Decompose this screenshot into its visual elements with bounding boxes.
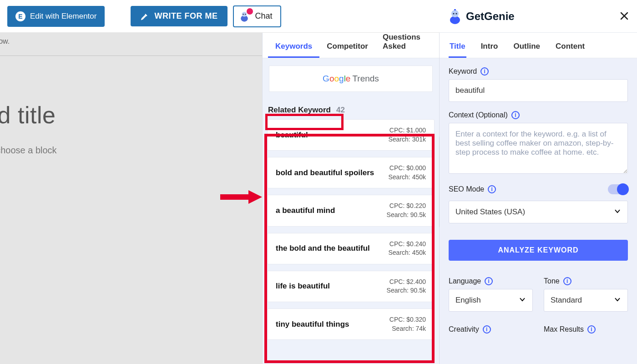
related-keyword-list: beautiful CPC: $1.000 Search: 301k bold …: [263, 119, 439, 352]
keywords-tabs: Keywords Competitor Questions Asked: [263, 33, 439, 58]
related-keyword-count: 42: [336, 106, 345, 115]
getgenie-tabs: Title Intro Outline Content: [440, 33, 637, 58]
keyword-card[interactable]: the bold and the beautiful CPC: $0.240 S…: [267, 233, 435, 264]
tab-title[interactable]: Title: [449, 35, 466, 58]
notice-text: ent from the version below.: [0, 33, 262, 50]
related-keyword-header: Related Keyword 42: [263, 92, 439, 119]
keyword-card[interactable]: bold and beautiful spoilers CPC: $0.000 …: [267, 157, 435, 188]
keyword-card[interactable]: beautiful CPC: $1.000 Search: 301k: [267, 119, 435, 151]
keyword-cpc: CPC: $1.000: [389, 126, 426, 135]
info-icon[interactable]: i: [480, 67, 489, 76]
svg-point-1: [242, 11, 247, 16]
keyword-stats: CPC: $0.000 Search: 450k: [389, 164, 426, 182]
tab-keywords[interactable]: Keywords: [268, 35, 319, 58]
keyword-search: Search: 90.5k: [387, 211, 426, 220]
info-icon[interactable]: i: [483, 325, 491, 334]
close-icon: [620, 11, 629, 20]
getgenie-header: GetGenie: [440, 0, 637, 33]
svg-point-6: [453, 13, 454, 14]
svg-point-3: [245, 14, 246, 15]
creativity-label: Creativity i: [449, 325, 533, 334]
keyword-term: beautiful: [276, 131, 308, 140]
keyword-input[interactable]: [449, 79, 628, 102]
keyword-cpc: CPC: $0.240: [389, 240, 426, 249]
related-keyword-label: Related Keyword: [268, 106, 331, 115]
keyword-term: the bold and the beautiful: [276, 244, 370, 253]
keywords-panel: Keywords Competitor Questions Asked Goog…: [262, 33, 440, 364]
keyword-term: bold and beautiful spoilers: [276, 168, 374, 177]
tab-competitor[interactable]: Competitor: [319, 35, 375, 58]
divider: [0, 56, 262, 56]
country-select[interactable]: [449, 201, 628, 223]
keyword-stats: CPC: $2.400 Search: 90.5k: [387, 278, 426, 295]
getgenie-panel: GetGenie Title Intro Outline Content Key…: [440, 33, 637, 364]
tab-questions-asked[interactable]: Questions Asked: [375, 26, 434, 58]
chat-button[interactable]: Chat: [233, 5, 281, 27]
info-icon[interactable]: i: [563, 277, 571, 285]
keyword-cpc: CPC: $0.320: [389, 315, 426, 324]
editor-area: ent from the version below. Add title pe…: [0, 33, 262, 364]
svg-rect-8: [454, 9, 456, 10]
keyword-card[interactable]: a beautiful mind CPC: $0.220 Search: 90.…: [267, 195, 435, 226]
svg-point-5: [451, 10, 459, 17]
tab-outline[interactable]: Outline: [512, 35, 541, 58]
keyword-cpc: CPC: $2.400: [387, 278, 426, 287]
keyword-term: tiny beautiful things: [276, 320, 349, 329]
context-textarea[interactable]: [449, 123, 628, 174]
analyze-keyword-button[interactable]: ANALYZE KEYWORD: [449, 240, 628, 261]
seo-mode-toggle[interactable]: [608, 184, 628, 194]
tone-label: Tone i: [544, 277, 628, 285]
dim-overlay: [0, 33, 262, 364]
post-title-input[interactable]: Add title: [0, 101, 262, 129]
getgenie-body: Keyword i Context (Optional) i SEO Mode …: [440, 58, 637, 364]
keyword-cpc: CPC: $0.220: [387, 202, 426, 211]
keyword-search: Search: 74k: [389, 324, 426, 334]
info-icon[interactable]: i: [587, 325, 596, 334]
chat-button-label: Chat: [255, 11, 272, 21]
keyword-cpc: CPC: $0.000: [389, 164, 426, 173]
keyword-term: life is beautiful: [276, 282, 330, 291]
write-for-me-button[interactable]: WRITE FOR ME: [131, 6, 228, 26]
edit-with-elementor-button[interactable]: E Edit with Elementor: [7, 6, 105, 27]
keyword-search: Search: 301k: [389, 135, 426, 144]
max-results-label: Max Results i: [544, 325, 628, 334]
elementor-button-label: Edit with Elementor: [30, 12, 96, 21]
keyword-stats: CPC: $0.320 Search: 74k: [389, 315, 426, 333]
keyword-term: a beautiful mind: [276, 206, 335, 215]
info-icon[interactable]: i: [488, 185, 496, 193]
keyword-stats: CPC: $1.000 Search: 301k: [389, 126, 426, 144]
info-icon[interactable]: i: [511, 111, 520, 119]
elementor-icon: E: [15, 11, 25, 21]
getgenie-brand-text: GetGenie: [466, 10, 515, 23]
language-label: Language i: [449, 277, 533, 285]
tone-select[interactable]: [544, 289, 628, 312]
keyword-card[interactable]: life is beautiful CPC: $2.400 Search: 90…: [267, 271, 435, 302]
tab-intro[interactable]: Intro: [480, 35, 499, 58]
google-trends-label: Trends: [352, 74, 379, 84]
google-trends-box[interactable]: Google Trends: [269, 66, 433, 92]
info-icon[interactable]: i: [485, 277, 493, 285]
keyword-field-label: Keyword i: [449, 67, 628, 76]
tab-content[interactable]: Content: [555, 35, 586, 58]
seo-mode-label: SEO Mode i: [449, 185, 496, 193]
write-for-me-label: WRITE FOR ME: [154, 11, 217, 21]
language-select[interactable]: [449, 289, 533, 312]
genie-icon: [238, 10, 250, 23]
context-field-label: Context (Optional) i: [449, 111, 628, 119]
chat-notification-icon: [247, 8, 253, 15]
keyword-stats: CPC: $0.220 Search: 90.5k: [387, 202, 426, 219]
getgenie-logo: GetGenie: [448, 8, 515, 25]
svg-point-7: [455, 13, 457, 14]
keyword-search: Search: 90.5k: [387, 286, 426, 295]
block-placeholder[interactable]: pe / to choose a block: [0, 145, 262, 156]
svg-point-2: [243, 14, 244, 15]
close-button[interactable]: [620, 9, 629, 24]
getgenie-logo-icon: [448, 8, 462, 25]
keyword-stats: CPC: $0.240 Search: 450k: [389, 240, 426, 258]
keyword-card[interactable]: tiny beautiful things CPC: $0.320 Search…: [267, 308, 435, 340]
keyword-search: Search: 450k: [389, 173, 426, 182]
pen-icon: [141, 12, 149, 20]
keyword-search: Search: 450k: [389, 248, 426, 258]
